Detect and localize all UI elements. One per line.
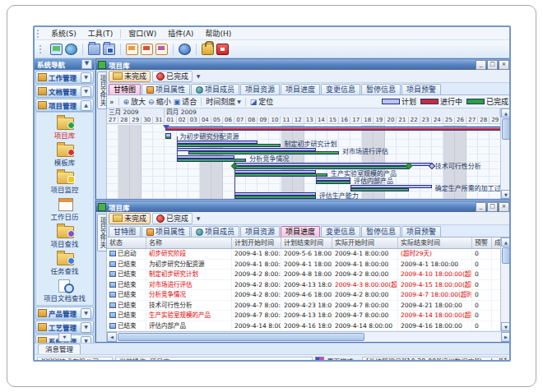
- column-header-2[interactable]: 计划开始时间: [232, 238, 281, 248]
- scroll-track[interactable]: [501, 141, 509, 190]
- tab-项目进度[interactable]: 项目进度: [281, 226, 320, 237]
- sidebar-item-项目查找[interactable]: 项目查找: [36, 223, 93, 250]
- scroll-down-icon[interactable]: ▼: [501, 190, 509, 199]
- table-row[interactable]: 已结束评估内部产品2009-4-14 8:00:002009-4-16 18:0…: [107, 321, 500, 332]
- sidebar-item-工作日历[interactable]: 工作日历: [36, 196, 93, 223]
- chevron-down-icon[interactable]: ▼: [81, 308, 91, 319]
- column-header-5[interactable]: 实际结束时间: [398, 238, 472, 248]
- column-header-3[interactable]: 计划结束时间: [281, 238, 332, 248]
- more-tools-button[interactable]: »: [109, 98, 114, 106]
- globe-icon[interactable]: [65, 44, 77, 55]
- scroll-thumb[interactable]: [502, 118, 509, 140]
- scroll-up-icon[interactable]: ▲: [501, 238, 509, 247]
- folder-icon[interactable]: [88, 44, 100, 55]
- child-title-bar[interactable]: 项目库_□×: [96, 59, 509, 70]
- gantt-vertical-scrollbar[interactable]: ▲▼: [500, 108, 509, 199]
- zoom-out-button[interactable]: ⊖缩小: [148, 96, 171, 107]
- tab-暂停信息[interactable]: 暂停信息: [361, 84, 401, 95]
- tab-已完成[interactable]: 已完成: [152, 213, 193, 224]
- computer-icon[interactable]: [50, 44, 63, 55]
- chevron-down-icon[interactable]: ▼: [81, 72, 91, 83]
- locate-button[interactable]: ◪定位: [250, 96, 274, 107]
- sidebar-group-3[interactable]: 产品管理▼: [35, 307, 94, 320]
- tab-未完成[interactable]: 未完成: [109, 213, 151, 224]
- tab-甘特图[interactable]: 甘特图: [109, 226, 141, 237]
- column-header-4[interactable]: 实际开始时间: [332, 238, 398, 248]
- sidebar-group-4[interactable]: 工艺管理▼: [35, 321, 94, 334]
- maximize-icon[interactable]: □: [487, 202, 498, 212]
- pin-icon[interactable]: ▼: [81, 59, 92, 69]
- time-scale-dropdown[interactable]: 时间刻度▼: [206, 96, 241, 107]
- scroll-down-icon[interactable]: ▼: [501, 322, 509, 331]
- chevron-down-icon[interactable]: ▼: [81, 322, 91, 333]
- fit-button[interactable]: ▣适合: [174, 96, 197, 107]
- table-vertical-scrollbar[interactable]: ▲▼: [500, 238, 509, 331]
- menu-item-4[interactable]: 帮助(H): [199, 28, 237, 39]
- folder-computer-icon[interactable]: [103, 44, 115, 55]
- table-row[interactable]: 已结束分析竞争情况2009-4-2 8:00:002009-4-6 18:00:…: [107, 290, 500, 301]
- tab-项目属性[interactable]: 项目属性: [142, 84, 190, 95]
- tab-项目成员[interactable]: 项目成员: [191, 84, 239, 95]
- table-row[interactable]: 已结束制定初步研究计划2009-4-2 8:00:002009-4-8 18:0…: [107, 270, 500, 280]
- tab-project-folders[interactable]: 项目文件夹: [97, 214, 107, 251]
- table-row[interactable]: 已结束为初步研究分配资源2009-4-1 8:00:002009-4-1 18:…: [107, 260, 500, 270]
- zoom-in-button[interactable]: ⊕放大: [123, 96, 146, 107]
- tab-项目属性[interactable]: 项目属性: [142, 226, 190, 237]
- tab-甘特图[interactable]: 甘特图: [109, 84, 141, 95]
- tab-项目预警[interactable]: 项目预警: [401, 84, 441, 95]
- table-row[interactable]: 已结束对市场进行评估2009-4-2 8:00:002009-4-13 18:0…: [107, 280, 500, 291]
- sidebar-group-1[interactable]: 文档管理▼: [35, 85, 94, 98]
- minimize-icon[interactable]: _: [476, 60, 486, 70]
- scroll-down-icon[interactable]: ▼: [58, 333, 72, 342]
- stop-icon[interactable]: [216, 44, 229, 55]
- scroll-right-icon[interactable]: ▶: [501, 332, 509, 342]
- scroll-track[interactable]: [365, 332, 501, 342]
- table-row[interactable]: 已结束技术可行性分析2009-4-7 8:00:002009-4-23 18:0…: [107, 301, 500, 311]
- minimize-icon[interactable]: _: [476, 202, 486, 212]
- tab-暂停信息[interactable]: 暂停信息: [361, 226, 401, 237]
- sidebar-item-模板库[interactable]: 模板库: [36, 141, 93, 168]
- mail-icon-1[interactable]: [126, 44, 138, 55]
- help-icon[interactable]: [179, 44, 191, 55]
- sidebar-item-任务查找[interactable]: 任务查找: [36, 250, 93, 277]
- mail-icon-2[interactable]: [141, 44, 153, 55]
- maximize-icon[interactable]: □: [487, 60, 498, 70]
- menu-item-1[interactable]: 工具(T): [82, 28, 119, 39]
- sidebar-item-项目监控[interactable]: 项目监控: [36, 168, 93, 196]
- menu-item-2[interactable]: 窗口(W): [123, 28, 162, 39]
- scroll-thumb[interactable]: [502, 247, 509, 264]
- tab-项目进度[interactable]: 项目进度: [281, 84, 320, 95]
- close-icon[interactable]: ×: [499, 60, 509, 70]
- scroll-up-icon[interactable]: ▲: [501, 108, 509, 118]
- sidebar-group-0[interactable]: 工作管理▼: [35, 71, 94, 84]
- column-header-1[interactable]: 名称: [146, 238, 232, 248]
- chevron-down-icon[interactable]: ▼: [81, 336, 91, 344]
- tab-已完成[interactable]: 已完成: [152, 71, 193, 82]
- tab-未完成[interactable]: 未完成: [109, 71, 151, 82]
- tab-变更信息[interactable]: 变更信息: [321, 84, 360, 95]
- table-row[interactable]: 已启动初步研究阶段2009-4-1 8:00:002009-5-6 18:00:…: [107, 249, 500, 260]
- tab-项目成员[interactable]: 项目成员: [191, 226, 239, 237]
- tab-project-folders[interactable]: 项目文件夹: [97, 71, 107, 109]
- sidebar-item-项目文档查找[interactable]: 项目文档查找: [36, 277, 93, 304]
- lock-icon[interactable]: [202, 44, 214, 55]
- sidebar-item-项目库[interactable]: 项目库: [36, 114, 93, 141]
- tab-项目预警[interactable]: 项目预警: [401, 226, 441, 237]
- close-icon[interactable]: ×: [499, 202, 509, 212]
- column-header-6[interactable]: 预警: [472, 238, 492, 248]
- chevron-down-icon[interactable]: ▼: [81, 86, 91, 97]
- table-row[interactable]: 已结束生产实验室规模的产品2009-4-7 8:00:002009-4-13 1…: [107, 311, 500, 321]
- gantt-grid[interactable]: 三月 2009四月 200927282930310102030405060708…: [107, 108, 500, 199]
- table-horizontal-scrollbar[interactable]: ◀▶: [107, 331, 509, 342]
- sidebar-group-2[interactable]: 项目管理▲: [35, 99, 94, 112]
- ui-style-selector[interactable]: 界面样式 ▼: [315, 357, 360, 362]
- child-title-bar[interactable]: 项目库_□×: [96, 201, 509, 212]
- menu-item-3[interactable]: 插件(A): [162, 28, 199, 39]
- menu-item-0[interactable]: 系统(S): [45, 28, 82, 39]
- scroll-track[interactable]: [501, 265, 509, 322]
- scroll-left-icon[interactable]: ◀: [107, 332, 117, 342]
- chevron-down-icon[interactable]: ▼: [194, 214, 202, 223]
- scroll-thumb[interactable]: [118, 333, 364, 341]
- tab-项目资源[interactable]: 项目资源: [240, 84, 280, 95]
- tab-message-management[interactable]: 消息管理: [38, 344, 81, 354]
